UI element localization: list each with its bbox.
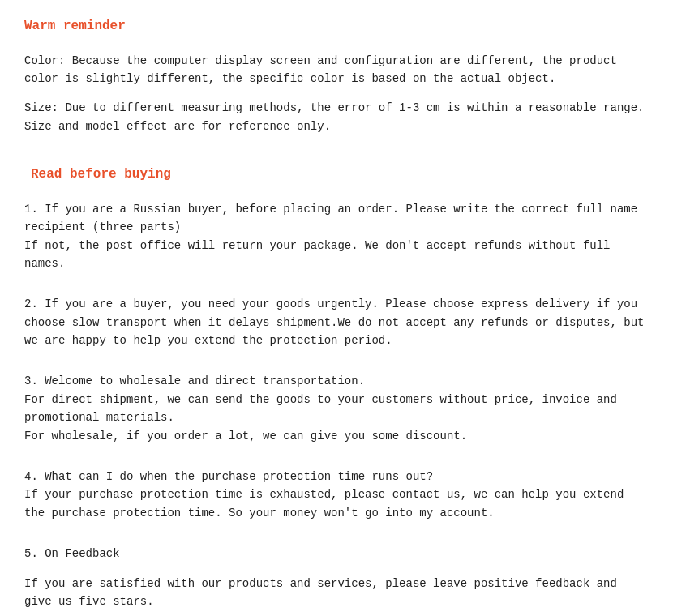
item-1-line1: 1. If you are a Russian buyer, before pl… [24,200,649,237]
item-2: 2. If you are a buyer, you need your goo… [24,295,649,349]
warm-reminder-section: Warm reminder Color: Because the compute… [24,16,649,135]
feedback-label: 5. On Feedback [24,545,649,563]
item-4: 4. What can I do when the purchase prote… [24,468,649,522]
item-3-line3: For wholesale, if you order a lot, we ca… [24,427,649,445]
item-3: 3. Welcome to wholesale and direct trans… [24,372,649,445]
size-note: Size: Due to different measuring methods… [24,99,649,135]
warm-reminder-title: Warm reminder [24,16,649,37]
read-before-title: Read before buying [24,165,649,186]
item-4-line2: If your purchase protection time is exha… [24,486,649,522]
read-before-section: Read before buying 1. If you are a Russi… [24,165,649,616]
item-3-line2: For direct shipment, we can send the goo… [24,391,649,427]
item-4-line1: 4. What can I do when the purchase prote… [24,468,649,486]
item-2-line1: 2. If you are a buyer, you need your goo… [24,295,649,349]
item-1-line2: If not, the post office will return your… [24,237,649,273]
color-note: Color: Because the computer display scre… [24,52,649,88]
item-3-line1: 3. Welcome to wholesale and direct trans… [24,372,649,390]
feedback-para1: If you are satisfied with our products a… [24,575,649,611]
item-1: 1. If you are a Russian buyer, before pl… [24,200,649,273]
item-5: 5. On Feedback If you are satisfied with… [24,545,649,616]
